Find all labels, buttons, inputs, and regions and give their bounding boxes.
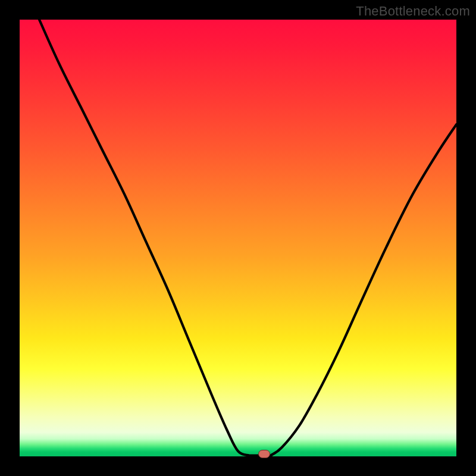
plot-area xyxy=(20,20,456,456)
curve-layer xyxy=(20,20,456,456)
watermark-text: TheBottleneck.com xyxy=(356,4,470,19)
chart-frame: TheBottleneck.com xyxy=(0,0,476,476)
valley-marker xyxy=(258,450,270,458)
bottleneck-curve xyxy=(39,20,456,456)
